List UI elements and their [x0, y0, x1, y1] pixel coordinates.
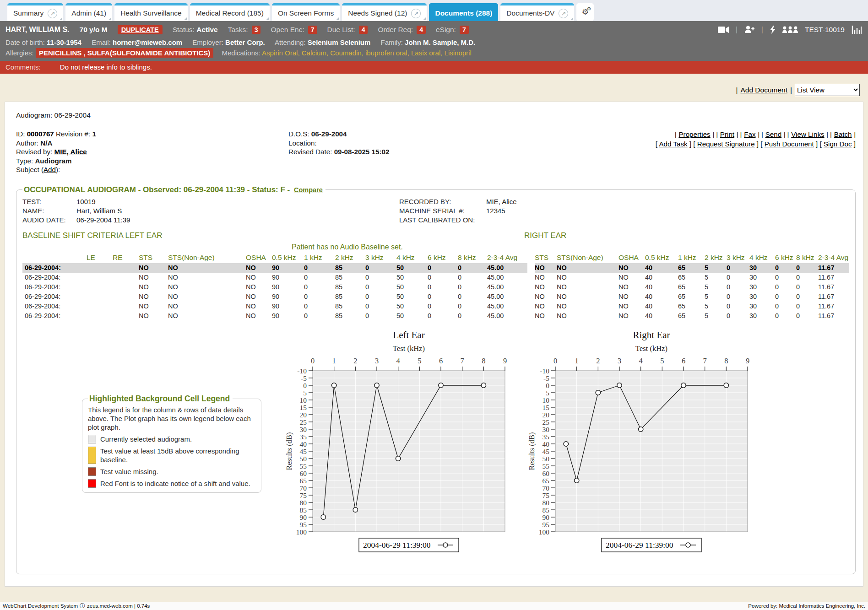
sign-doc-link[interactable]: Sign Doc: [824, 140, 852, 148]
separator: |: [761, 26, 763, 34]
svg-text:8: 8: [724, 356, 728, 365]
baseline-headings: BASELINE SHIFT CRITERIA LEFT EAR RIGHT E…: [22, 231, 849, 241]
settings-button[interactable]: ⚙ ⚙: [576, 3, 594, 21]
tab-label: Documents-DV: [506, 9, 554, 17]
legend-item: Test value at least 15dB above correspon…: [88, 447, 255, 464]
legend-swatch: [88, 467, 96, 476]
popout-icon[interactable]: ↗: [48, 9, 57, 18]
gear-small-icon: ⚙: [587, 6, 591, 12]
revised-by-link[interactable]: MIE, Alice: [54, 148, 87, 156]
document-title: Audiogram: 06-29-2004: [16, 111, 856, 119]
push-document-link[interactable]: Push Document: [765, 140, 814, 148]
tab-on-screen-forms[interactable]: On Screen Forms: [272, 3, 340, 21]
legend-swatch: [88, 479, 96, 488]
tab-label: Needs Signed (12): [348, 9, 407, 17]
tab-documents-288[interactable]: Documents (288): [429, 3, 498, 21]
view-links-link[interactable]: View Links: [791, 130, 824, 138]
svg-text:70: 70: [300, 484, 307, 491]
svg-text:2004-06-29 11:39:00: 2004-06-29 11:39:00: [606, 540, 673, 550]
tab-label: Medical Record (185): [196, 9, 264, 17]
counter-badge[interactable]: 7: [460, 26, 469, 34]
svg-text:0: 0: [303, 381, 307, 389]
tab-label: Admin (41): [71, 9, 106, 17]
separator: |: [736, 26, 738, 34]
svg-text:4: 4: [639, 356, 643, 365]
tab-summary[interactable]: Summary↗: [7, 3, 63, 21]
add-task-link[interactable]: Add Task: [659, 140, 687, 148]
popout-icon[interactable]: ↗: [559, 9, 568, 18]
svg-text:-10: -10: [540, 367, 549, 374]
table-row: 06-29-2004:NONONO900850500045.00NONONO40…: [22, 263, 849, 273]
svg-text:80: 80: [542, 498, 550, 506]
svg-text:2004-06-29 11:39:00: 2004-06-29 11:39:00: [363, 540, 431, 550]
legend-swatch: [88, 447, 96, 464]
add-document-link[interactable]: Add Document: [740, 86, 787, 94]
svg-text:100: 100: [539, 528, 550, 535]
dob-value: 11-30-1954: [47, 38, 81, 46]
tab-needs-signed-12[interactable]: Needs Signed (12)↗: [342, 3, 427, 21]
properties-link[interactable]: Properties: [678, 130, 710, 138]
counter-badge[interactable]: 4: [417, 26, 426, 34]
fax-link[interactable]: Fax: [744, 130, 755, 138]
svg-text:10: 10: [300, 396, 307, 404]
view-select[interactable]: List View: [795, 84, 860, 96]
patient-group-icon[interactable]: [782, 26, 798, 33]
subject-add-link[interactable]: Add: [43, 166, 56, 173]
print-link[interactable]: Print: [720, 130, 734, 138]
legend-item: Red Font is to indicate notice of a shif…: [88, 479, 255, 488]
legend-swatch: [88, 435, 96, 443]
batch-link[interactable]: Batch: [834, 130, 852, 138]
svg-text:2: 2: [353, 356, 357, 365]
svg-text:95: 95: [542, 520, 550, 528]
document-header: ID: 0000767 Revision #: 1 Author: N/A Re…: [16, 130, 856, 174]
document-toolbar: | Add Document | List View: [0, 74, 868, 96]
svg-text:9: 9: [746, 356, 749, 365]
audiogram-info-row: TEST:10019RECORDED BY:MIE, Alice: [22, 197, 849, 206]
tab-menu-fold: [108, 17, 111, 20]
tab-medical-record-185[interactable]: Medical Record (185): [190, 3, 270, 21]
send-link[interactable]: Send: [765, 130, 781, 138]
table-header-row: LERESTSSTS(Non-Age)OSHA0.5 kHz1 kHz2 kHz…: [22, 253, 849, 263]
svg-text:30: 30: [300, 425, 307, 433]
allergies-badge[interactable]: PENICILLINS , SULFA(SULFONAMIDE ANTIBIOT…: [36, 48, 213, 58]
patient-status: Status: Active: [173, 26, 218, 34]
patient-header: HART, WILLIAM S. 70 y/o M DUPLICATE Stat…: [0, 21, 868, 61]
tab-documents-dv[interactable]: Documents-DV↗: [500, 3, 574, 21]
audiogram-section: OCCUPATIONAL AUDIOGRAM - Observed: 06-29…: [16, 185, 856, 574]
svg-text:45: 45: [542, 447, 550, 455]
author-value: N/A: [40, 139, 52, 147]
document-id-link[interactable]: 0000767: [27, 130, 54, 138]
svg-text:Right Ear: Right Ear: [633, 329, 670, 340]
chart-icon[interactable]: [852, 26, 862, 34]
svg-text:55: 55: [542, 462, 550, 470]
compare-link[interactable]: Compare: [294, 186, 323, 194]
svg-text:85: 85: [542, 506, 550, 513]
svg-text:45: 45: [300, 447, 307, 455]
table-row: 06-29-2004:NONONO900850500045.00NONONO40…: [22, 302, 849, 311]
dos-value: 06-29-2004: [311, 130, 347, 138]
tab-menu-fold: [336, 17, 339, 20]
svg-text:8: 8: [482, 356, 485, 365]
video-camera-icon[interactable]: [718, 26, 729, 33]
counter-badge[interactable]: 4: [359, 26, 368, 34]
charts-area: Highlighted Background Cell Legend This …: [22, 327, 849, 567]
type-value: Audiogram: [35, 157, 71, 165]
add-user-icon[interactable]: [744, 26, 754, 33]
request-signature-link[interactable]: Request Signature: [697, 140, 755, 148]
revision-value: 1: [92, 130, 96, 138]
svg-text:40: 40: [300, 440, 307, 448]
tab-bar: Summary↗Admin (41)Health SurveillanceMed…: [0, 0, 868, 21]
counter-badge[interactable]: 7: [308, 26, 317, 34]
tab-health-surveillance[interactable]: Health Surveillance: [114, 3, 188, 21]
duplicate-badge[interactable]: DUPLICATE: [118, 25, 163, 34]
svg-text:5: 5: [303, 389, 307, 396]
svg-text:95: 95: [300, 520, 307, 528]
info-icon: ⓘ: [80, 603, 85, 609]
popout-icon[interactable]: ↗: [411, 9, 421, 18]
svg-text:5: 5: [660, 356, 664, 365]
audiogram-section-title: OCCUPATIONAL AUDIOGRAM - Observed: 06-29…: [22, 185, 326, 194]
tab-admin-41[interactable]: Admin (41): [65, 3, 112, 21]
lightning-icon[interactable]: [770, 26, 776, 34]
counter-badge[interactable]: 3: [252, 26, 261, 34]
comments-text: Do not release info to siblings.: [60, 63, 152, 71]
